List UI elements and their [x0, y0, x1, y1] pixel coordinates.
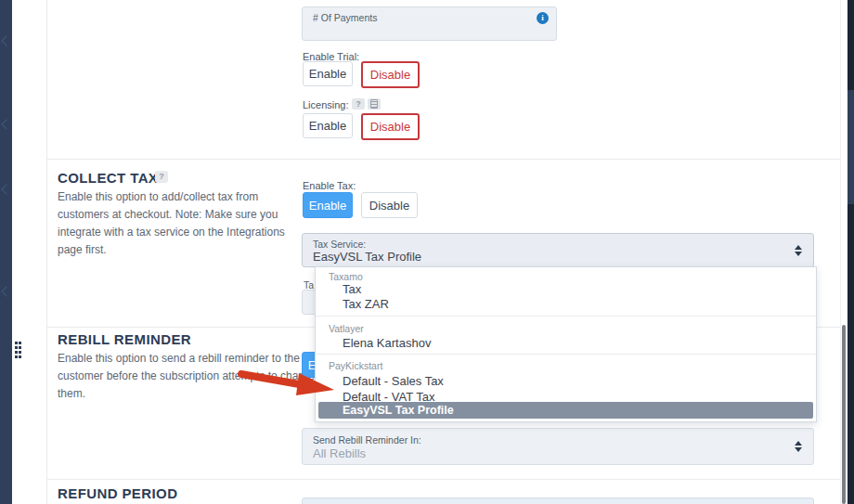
tax-service-select[interactable]: Tax Service: EasyVSL Tax Profile [302, 233, 814, 267]
licensing-label: Licensing: [303, 99, 349, 110]
section-divider [47, 159, 840, 160]
dropdown-item-elena-kartashov[interactable]: Elena Kartashov [343, 336, 431, 350]
refund-period-field[interactable] [302, 498, 814, 504]
dropdown-divider [316, 354, 816, 355]
num-payments-label: # Of Payments [313, 12, 377, 23]
product-settings-page: # Of Payments i Enable Trial: Enable Dis… [0, 0, 854, 504]
tax-service-dropdown: Taxamo Tax Tax ZAR Vatlayer Elena Kartas… [315, 266, 817, 422]
dropdown-item-tax[interactable]: Tax [343, 282, 361, 296]
send-rebill-reminder-select[interactable]: Send Rebill Reminder In: All Rebills [302, 428, 814, 465]
right-scrollbar-thumb[interactable] [848, 90, 854, 204]
licensing-help-icon[interactable]: ? [352, 98, 365, 110]
enable-tax-label: Enable Tax: [303, 180, 356, 191]
info-icon[interactable]: i [537, 12, 549, 24]
dropdown-group-taxamo: Taxamo [329, 271, 363, 282]
licensing-enable-button[interactable]: Enable [303, 113, 353, 138]
licensing-doc-icon[interactable] [368, 98, 381, 110]
chevron-pattern-icon [1, 35, 11, 45]
document-icon [370, 99, 378, 109]
tax-service-label: Tax Service: [313, 239, 366, 250]
collect-tax-help-icon[interactable]: ? [155, 171, 168, 183]
trial-disable-button[interactable]: Disable [361, 61, 420, 88]
chevron-pattern-icon [1, 184, 11, 194]
trial-enable-button[interactable]: Enable [303, 61, 353, 86]
section-divider [47, 479, 840, 480]
feedback-drag-handle[interactable] [15, 342, 21, 359]
dropdown-item-easyvsl-tax-profile-selected[interactable]: EasyVSL Tax Profile [318, 402, 813, 419]
chevron-pattern-icon [1, 119, 11, 129]
left-column-divider [46, 0, 47, 504]
num-payments-field[interactable]: # Of Payments i [302, 6, 557, 41]
right-edge-strip [848, 0, 854, 504]
tax-enable-button[interactable]: Enable [303, 192, 353, 218]
dropdown-item-tax-zar[interactable]: Tax ZAR [343, 297, 389, 311]
tax-disable-button[interactable]: Disable [361, 192, 418, 218]
send-rebill-reminder-value: All Rebills [313, 446, 366, 460]
right-card-edge [840, 0, 841, 504]
chevron-pattern-icon [1, 286, 11, 296]
tax-service-value: EasyVSL Tax Profile [313, 250, 421, 264]
select-arrows-icon [795, 441, 802, 452]
refund-period-title: REFUND PERIOD [58, 485, 177, 501]
rebill-reminder-title: REBILL REMINDER [58, 331, 191, 347]
dropdown-item-default-sales-tax[interactable]: Default - Sales Tax [343, 374, 444, 388]
page-scrollbar[interactable] [842, 325, 846, 504]
select-arrows-icon [795, 245, 802, 256]
licensing-disable-button[interactable]: Disable [361, 113, 420, 140]
dropdown-group-vatlayer: Vatlayer [329, 323, 364, 334]
collect-tax-description: Enable this option to add/collect tax fr… [58, 188, 301, 259]
collapsed-sidebar [0, 0, 12, 504]
send-rebill-reminder-label: Send Rebill Reminder In: [313, 434, 421, 446]
rebill-reminder-description: Enable this option to send a rebill remi… [58, 350, 329, 403]
dropdown-divider [316, 316, 816, 317]
collect-tax-title: COLLECT TAX [58, 170, 158, 186]
dropdown-group-paykickstart: PayKickstart [329, 360, 382, 371]
